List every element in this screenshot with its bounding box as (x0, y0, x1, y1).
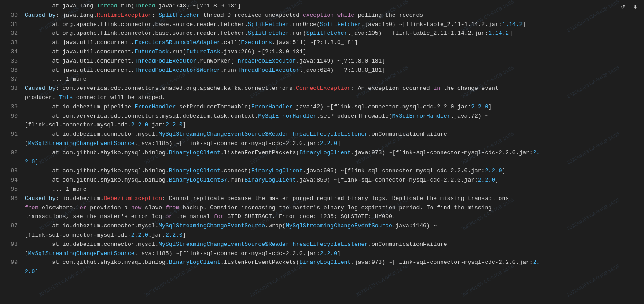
log-text-span: .listenForEventPackets( (221, 149, 299, 156)
log-text-span: exception (303, 12, 334, 19)
log-line: 93 at com.github.shyiko.mysql.binlog.Bin… (0, 167, 644, 176)
line-content: at io.debezium.connector.mysql.MySqlStre… (25, 240, 640, 249)
line-number: 37 (4, 75, 18, 84)
log-text-span: ] (337, 140, 341, 147)
line-number (4, 204, 18, 213)
log-text-span: Caused by (25, 85, 55, 92)
log-text-span: .java:850) ~[flink-sql-connector-mysql-c… (296, 177, 478, 183)
log-text-span: SplitFetcher (158, 12, 200, 19)
log-text-span: ] (495, 177, 499, 183)
log-text-span: : io.debezium. (55, 195, 103, 202)
log-text-span: [flink-sql-connector-mysql-cdc- (25, 232, 131, 238)
log-text-span: ThreadPoolExecutor (234, 58, 296, 64)
log-text-span: 2.0] (25, 159, 38, 165)
line-number: 31 (4, 20, 18, 30)
line-content: at java.util.concurrent.ThreadPoolExecut… (25, 66, 640, 75)
log-text-span: at java.util.concurrent. (25, 39, 135, 46)
log-line: 92 at com.github.shyiko.mysql.binlog.Bin… (0, 148, 644, 158)
log-text-span: 2.2.0 (131, 232, 148, 238)
log-text-span: .onCommunicationFailure (368, 241, 447, 248)
log-text-span: .connect( (221, 167, 251, 174)
line-content: [flink-sql-connector-mysql-cdc-2.2.0.jar… (25, 231, 640, 240)
log-text-span: at io.debezium.connector.mysql. (25, 241, 158, 248)
log-text-span: FutureTask (135, 48, 169, 55)
log-text-span: new (131, 204, 141, 211)
log-text-span: 2.2.0 (131, 122, 148, 128)
log-text-span: ( (25, 250, 28, 257)
log-text-span: transactions, see the master's error log (25, 213, 166, 220)
log-text-span: at io.debezium.pipeline. (25, 104, 135, 110)
log-text-span: .run( (118, 3, 135, 9)
log-text-span: .java:72) ~ (450, 113, 488, 119)
log-text-span: .java:973) ~[flink-sql-connector-mysql-c… (351, 259, 533, 266)
line-content: at io.debezium.connector.mysql.MySqlStre… (25, 130, 640, 139)
log-text-span: or (166, 213, 173, 220)
log-text-span: Executors$RunnableAdapter (135, 39, 221, 46)
log-text-span: ] (488, 104, 492, 110)
log-text-span: producer. (25, 94, 59, 101)
line-content: producer. This connector will be stopped… (25, 93, 640, 103)
line-content: [flink-sql-connector-mysql-cdc-2.2.0.jar… (25, 121, 640, 130)
log-line: 32 at org.apache.flink.connector.base.so… (0, 29, 644, 38)
log-text-span: 2.2.0 (166, 232, 183, 238)
log-text-span: .java:42) ~[flink-sql-connector-mysql-cd… (293, 104, 471, 110)
toolbar: ↺ ⬇ (618, 2, 640, 12)
log-text-span: ] (523, 21, 526, 28)
log-text-span: .java:624) ~[?:1.8.0_181] (299, 67, 385, 74)
log-text-span: BinaryLogClient (169, 259, 221, 266)
line-number: 91 (4, 130, 18, 139)
log-text-span: thread 0 received unexpected (200, 12, 303, 19)
line-number (4, 249, 18, 259)
log-text-span: backup. Consider increasing the master's… (179, 204, 492, 211)
line-number: 95 (4, 185, 18, 194)
log-text-span: MySqlErrorHandler (258, 113, 317, 119)
download-button[interactable]: ⬇ (630, 2, 640, 12)
log-text-span: .java:1185) ~[flink-sql-connector-mysql-… (135, 140, 320, 147)
log-text-span: at com.github.shyiko.mysql.binlog. (25, 259, 169, 266)
line-content: at com.github.shyiko.mysql.binlog.Binary… (25, 258, 640, 267)
line-content: ... 1 more (25, 75, 640, 84)
log-text-span: : An exception occurred (351, 85, 433, 92)
line-content: (MySqlStreamingChangeEventSource.java:11… (25, 249, 640, 259)
log-text-span: : com.ververica.cdc.connectors.shaded.or… (55, 85, 296, 92)
log-line: 35 at java.util.concurrent.ThreadPoolExe… (0, 57, 644, 66)
log-text-span: from (166, 204, 179, 211)
line-number (4, 121, 18, 130)
log-text-span: SplitFetcher (306, 30, 348, 37)
log-text-span: ... 1 more (25, 186, 86, 193)
log-line: 36 at java.util.concurrent.ThreadPoolExe… (0, 66, 644, 75)
line-number (4, 2, 18, 11)
log-line: 99 at com.github.shyiko.mysql.binlog.Bin… (0, 258, 644, 267)
log-text-span: ] (183, 122, 186, 128)
line-content: Caused by: io.debezium.DebeziumException… (25, 194, 640, 204)
log-text-span: .java:973) ~[flink-sql-connector-mysql-c… (351, 149, 533, 156)
log-text-span: .setProducerThrowable( (176, 104, 251, 110)
log-text-span: MySqlStreamingChangeEventSource$ReaderTh… (158, 241, 368, 248)
line-content: at com.ververica.cdc.connectors.mysql.de… (25, 112, 640, 121)
line-number: 90 (4, 112, 18, 121)
log-text-span: .java:266) ~[?:1.8.0_181] (221, 48, 306, 55)
line-number: 33 (4, 38, 18, 48)
log-text-span: Thread (135, 3, 155, 9)
log-text-span: .java:105) ~[flink-table_2.11-1.14.2.jar… (347, 30, 488, 37)
line-number: 93 (4, 167, 18, 176)
log-text-span: at org.apache.flink.connector.base.sourc… (25, 21, 248, 28)
log-text-span: or (80, 204, 87, 211)
line-number: 30 (4, 11, 18, 20)
log-text-span (334, 12, 337, 19)
log-text-span: .run( (289, 30, 306, 37)
line-number (4, 158, 18, 167)
log-text-span: at java.util.concurrent. (25, 58, 135, 64)
log-text-span: polling the records (354, 12, 423, 19)
log-text-span: SplitFetcher (248, 30, 289, 37)
refresh-button[interactable]: ↺ (618, 2, 628, 12)
line-content: at io.debezium.connector.mysql.MySqlStre… (25, 222, 640, 231)
log-line: 97 at io.debezium.connector.mysql.MySqlS… (0, 222, 644, 231)
line-number: 34 (4, 48, 18, 57)
log-text-span: SplitFetcher (320, 21, 361, 28)
log-text-span: .java:606) ~[flink-sql-connector-mysql-c… (303, 167, 485, 174)
line-number: 98 (4, 240, 18, 249)
log-text-span: [flink-sql-connector-mysql-cdc- (25, 122, 131, 128)
log-line: 38Caused by: com.ververica.cdc.connector… (0, 84, 644, 93)
log-text-span: 2.2.0 (320, 250, 337, 257)
